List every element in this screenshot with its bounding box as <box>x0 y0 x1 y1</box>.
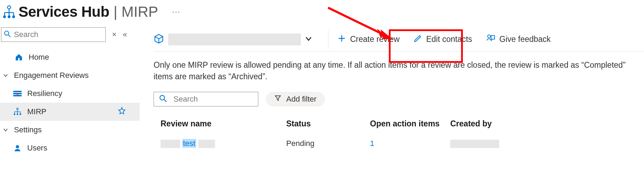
svg-point-6 <box>3 15 6 18</box>
sidebar-item-label: Resiliency <box>27 89 62 98</box>
chevron-down-icon <box>2 73 9 78</box>
sidebar-item-home[interactable]: Home <box>0 48 140 66</box>
review-name-text: test <box>182 139 196 148</box>
services-hub-icon <box>1 4 17 20</box>
package-icon <box>154 34 164 45</box>
breadcrumb-separator: | <box>113 3 117 20</box>
redacted-text <box>450 140 499 148</box>
main-content: Create review Edit contacts Give feedbac… <box>140 27 644 190</box>
sidebar: × « Home Engagement Reviews <box>0 27 140 190</box>
svg-point-14 <box>17 108 18 110</box>
svg-point-26 <box>488 35 490 38</box>
svg-point-7 <box>8 15 10 18</box>
sidebar-item-label: Settings <box>14 125 42 134</box>
sidebar-search-input[interactable] <box>1 27 106 42</box>
sidebar-item-users[interactable]: Users <box>0 139 140 157</box>
collapse-sidebar-button[interactable]: « <box>123 30 127 39</box>
more-button[interactable]: ··· <box>172 7 180 16</box>
reviews-table: Review name Status Open action items Cre… <box>154 116 644 152</box>
redacted-text <box>198 140 215 148</box>
sidebar-item-settings[interactable]: Settings <box>0 121 140 139</box>
page-title: Services Hub <box>18 3 109 20</box>
table-search-input[interactable] <box>154 92 258 106</box>
col-header-open[interactable]: Open action items <box>370 119 450 128</box>
sidebar-item-label: MIRP <box>27 107 46 116</box>
search-icon <box>159 95 167 104</box>
create-review-button[interactable]: Create review <box>335 32 402 47</box>
create-review-label: Create review <box>350 35 400 44</box>
home-icon <box>14 52 24 62</box>
search-icon <box>4 30 11 39</box>
svg-line-10 <box>8 35 10 37</box>
resiliency-icon <box>13 89 22 98</box>
svg-point-8 <box>12 15 15 18</box>
pencil-icon <box>414 34 422 45</box>
command-bar: Create review Edit contacts Give feedbac… <box>154 27 644 52</box>
info-text: Only one MIRP review is allowed pending … <box>154 59 644 83</box>
table-row[interactable]: test Pending 1 <box>154 135 644 152</box>
mirp-icon <box>13 107 22 117</box>
favorite-star-icon[interactable] <box>118 107 126 117</box>
open-action-items-link[interactable]: 1 <box>370 139 450 148</box>
sidebar-item-resiliency[interactable]: Resiliency <box>0 85 140 103</box>
edit-contacts-label: Edit contacts <box>426 35 472 44</box>
col-header-status[interactable]: Status <box>286 119 370 128</box>
scope-value-redacted <box>168 34 301 45</box>
svg-rect-11 <box>13 91 22 92</box>
chevron-down-icon <box>305 34 312 45</box>
add-filter-button[interactable]: Add filter <box>266 92 325 106</box>
redacted-text <box>161 140 180 148</box>
svg-rect-13 <box>13 95 22 96</box>
chevron-down-icon <box>2 127 9 132</box>
sidebar-item-label: Engagement Reviews <box>14 71 89 80</box>
svg-line-28 <box>164 100 166 102</box>
svg-point-21 <box>17 113 18 115</box>
feedback-icon <box>486 34 495 45</box>
sidebar-item-label: Home <box>29 53 49 62</box>
svg-point-20 <box>14 113 15 115</box>
review-status: Pending <box>286 139 370 148</box>
breadcrumb-current: MIRP <box>121 3 158 20</box>
svg-point-27 <box>160 95 164 100</box>
svg-point-0 <box>8 6 11 9</box>
plus-icon <box>338 34 346 45</box>
add-filter-label: Add filter <box>286 95 317 104</box>
col-header-created[interactable]: Created by <box>450 119 644 128</box>
divider <box>328 30 328 49</box>
created-by <box>450 139 644 148</box>
give-feedback-button[interactable]: Give feedback <box>483 32 554 47</box>
svg-point-9 <box>5 31 9 35</box>
sidebar-item-engagement-reviews[interactable]: Engagement Reviews <box>0 66 140 85</box>
scope-selector[interactable] <box>154 34 322 45</box>
edit-contacts-button[interactable]: Edit contacts <box>411 32 475 47</box>
review-name-link[interactable]: test <box>161 139 286 148</box>
give-feedback-label: Give feedback <box>499 35 551 44</box>
svg-point-22 <box>20 113 21 115</box>
svg-point-23 <box>16 145 19 148</box>
sidebar-item-label: Users <box>27 144 47 153</box>
clear-search-button[interactable]: × <box>112 30 117 39</box>
col-header-name[interactable]: Review name <box>161 119 286 128</box>
users-icon <box>13 143 22 153</box>
filter-icon <box>274 95 281 104</box>
sidebar-item-mirp[interactable]: MIRP <box>0 103 140 121</box>
